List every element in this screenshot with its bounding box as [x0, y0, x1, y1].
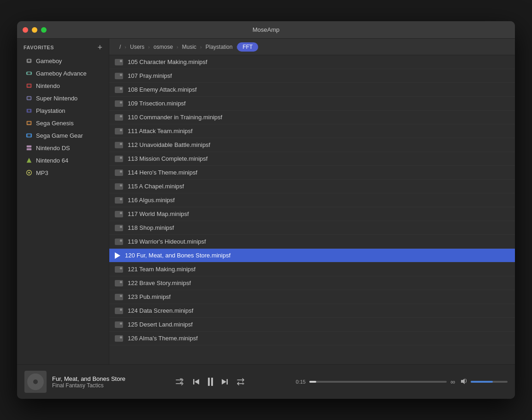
- sidebar-item-nintendo-64[interactable]: Nintendo 64: [19, 154, 107, 166]
- file-row[interactable]: 125 Desert Land.minipsf: [109, 318, 515, 332]
- file-row[interactable]: 108 Enemy Attack.minipsf: [109, 83, 515, 97]
- n64-icon: [25, 157, 33, 164]
- volume-area: [461, 378, 508, 386]
- volume-bar[interactable]: [471, 381, 508, 383]
- file-row[interactable]: 116 Algus.minipsf: [109, 193, 515, 207]
- file-name: 112 Unavoidable Battle.minipsf: [128, 141, 210, 148]
- svg-marker-24: [461, 379, 465, 384]
- file-row[interactable]: 114 Hero's Theme.minipsf: [109, 166, 515, 180]
- sidebar-item-playstation[interactable]: Playstation: [19, 105, 107, 117]
- breadcrumb-item-root[interactable]: /: [115, 42, 125, 52]
- sega-icon: [25, 119, 33, 127]
- file-row[interactable]: 107 Pray.minipsf: [109, 69, 515, 83]
- sidebar-item-sega-genesis[interactable]: Sega Genesis: [19, 117, 107, 129]
- file-row[interactable]: 113 Mission Complete.minipsf: [109, 152, 515, 166]
- add-favorite-button[interactable]: +: [97, 43, 102, 52]
- player-bar: Fur, Meat, and Bones Store Final Fantasy…: [17, 364, 515, 399]
- next-button[interactable]: [220, 378, 229, 386]
- ds-icon: [25, 144, 33, 152]
- file-icon: [115, 280, 123, 286]
- file-name: 110 Commander in Training.minipsf: [128, 114, 222, 121]
- close-button[interactable]: [23, 27, 28, 33]
- sidebar-item-gameboy-advance[interactable]: Gameboy Advance: [19, 67, 107, 79]
- file-row[interactable]: 115 A Chapel.minipsf: [109, 180, 515, 193]
- file-list[interactable]: 105 Character Making.minipsf 107 Pray.mi…: [109, 55, 515, 364]
- previous-button[interactable]: [192, 378, 201, 386]
- file-icon: [115, 197, 123, 204]
- sidebar-item-nintendo[interactable]: Nintendo: [19, 80, 107, 92]
- sidebar-item-sega-game-gear[interactable]: Sega Game Gear: [19, 129, 107, 141]
- shuffle-button[interactable]: [176, 378, 185, 385]
- content-area: /›Users›osmose›Music›Playstation›FFT 105…: [109, 39, 515, 364]
- svg-rect-13: [28, 134, 31, 136]
- sidebar-item-label: Sega Game Gear: [36, 132, 83, 139]
- svg-rect-21: [227, 379, 228, 385]
- svg-rect-9: [28, 110, 30, 111]
- svg-marker-22: [222, 379, 226, 385]
- minimize-button[interactable]: [32, 27, 37, 33]
- sidebar-list: Gameboy Gameboy Advance Nintendo Super N…: [17, 54, 109, 179]
- sidebar-item-nintendo-ds[interactable]: Nintendo DS: [19, 142, 107, 154]
- pause-button[interactable]: [208, 378, 213, 386]
- file-row[interactable]: 124 Data Screen.minipsf: [109, 304, 515, 318]
- file-row[interactable]: 109 Trisection.minipsf: [109, 97, 515, 111]
- svg-rect-14: [27, 146, 32, 147]
- file-row[interactable]: 105 Character Making.minipsf: [109, 55, 515, 69]
- pause-bar-right: [211, 378, 213, 386]
- file-row[interactable]: 111 Attack Team.minipsf: [109, 124, 515, 138]
- file-name: 119 Warrior's Hideout.minipsf: [128, 238, 206, 245]
- repeat-button[interactable]: 1: [236, 378, 245, 385]
- sidebar-item-mp3[interactable]: MP3: [19, 167, 107, 179]
- breadcrumb-item-playstation[interactable]: Playstation: [201, 42, 237, 52]
- breadcrumb-item-fft[interactable]: FFT: [237, 42, 258, 52]
- file-name: 116 Algus.minipsf: [128, 197, 175, 204]
- file-icon: [115, 100, 123, 107]
- sidebar-item-gameboy[interactable]: Gameboy: [19, 55, 107, 67]
- app-window: MoseAmp Favorites + Gameboy Gameboy Adva…: [17, 21, 515, 399]
- file-row[interactable]: 126 Alma's Theme.minipsf: [109, 332, 515, 345]
- svg-point-18: [28, 172, 30, 174]
- file-row[interactable]: 119 Warrior's Hideout.minipsf: [109, 235, 515, 249]
- file-icon: [115, 73, 123, 79]
- file-row[interactable]: 112 Unavoidable Battle.minipsf: [109, 138, 515, 152]
- file-name: 121 Team Making.minipsf: [128, 266, 195, 273]
- gba-icon: [25, 70, 33, 77]
- file-name: 122 Brave Story.minipsf: [128, 280, 191, 286]
- file-row[interactable]: 110 Commander in Training.minipsf: [109, 111, 515, 124]
- file-row[interactable]: 122 Brave Story.minipsf: [109, 276, 515, 290]
- sidebar-item-label: Gameboy: [36, 58, 62, 64]
- file-name: 124 Data Screen.minipsf: [128, 307, 193, 314]
- file-name: 108 Enemy Attack.minipsf: [128, 86, 197, 93]
- svg-rect-11: [28, 122, 31, 124]
- track-artist: Final Fantasy Tactics: [52, 382, 125, 389]
- maximize-button[interactable]: [41, 27, 47, 33]
- svg-marker-16: [27, 158, 32, 163]
- file-row[interactable]: 120 Fur, Meat, and Bones Store.minipsf: [109, 249, 515, 262]
- svg-rect-15: [27, 148, 32, 150]
- play-icon: [115, 252, 120, 259]
- breadcrumb-item-users[interactable]: Users: [125, 42, 149, 52]
- sidebar-item-label: Playstation: [36, 107, 65, 114]
- mp3-icon: [25, 169, 33, 176]
- breadcrumb-item-osmose[interactable]: osmose: [149, 42, 177, 52]
- file-name: 114 Hero's Theme.minipsf: [128, 169, 197, 176]
- breadcrumb: /›Users›osmose›Music›Playstation›FFT: [109, 39, 515, 55]
- file-name: 117 World Map.minipsf: [128, 210, 189, 217]
- sidebar-item-label: MP3: [36, 169, 48, 176]
- gg-icon: [25, 132, 33, 139]
- progress-bar[interactable]: [309, 381, 447, 383]
- file-icon: [115, 59, 123, 65]
- snes-icon: [25, 94, 33, 102]
- sidebar-item-super-nintendo[interactable]: Super Nintendo: [19, 92, 107, 104]
- file-name: 125 Desert Land.minipsf: [128, 321, 193, 328]
- sidebar-item-label: Nintendo: [36, 82, 60, 89]
- file-row[interactable]: 123 Pub.minipsf: [109, 290, 515, 304]
- file-icon: [115, 114, 123, 121]
- file-row[interactable]: 117 World Map.minipsf: [109, 207, 515, 221]
- file-row[interactable]: 118 Shop.minipsf: [109, 221, 515, 235]
- breadcrumb-item-music[interactable]: Music: [177, 42, 201, 52]
- file-row[interactable]: 121 Team Making.minipsf: [109, 262, 515, 276]
- album-art: [24, 371, 47, 393]
- file-icon: [115, 294, 123, 300]
- svg-marker-20: [195, 379, 199, 385]
